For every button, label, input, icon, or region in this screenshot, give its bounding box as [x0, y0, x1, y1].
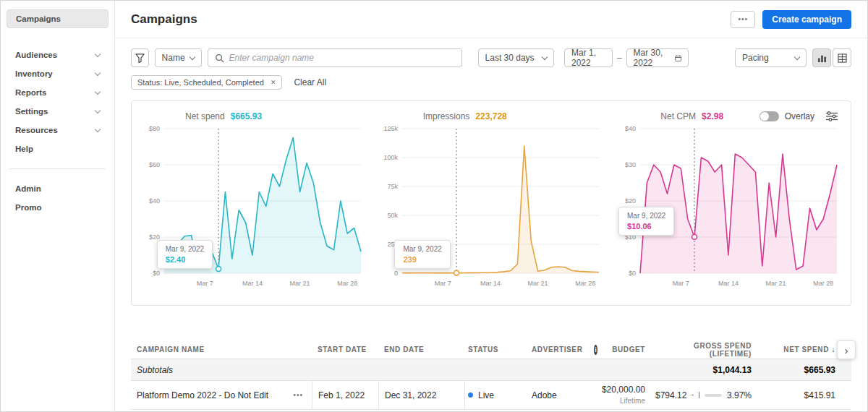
net-spend-chart: Net spend $665.93 $0$20$40$60$80Mar 7Mar… [135, 107, 373, 302]
pacing-handle[interactable] [699, 392, 699, 398]
table-header-row: CAMPAIGN NAME START DATE END DATE STATUS… [131, 340, 851, 359]
sidebar-item-settings[interactable]: Settings [7, 102, 109, 121]
svg-text:Mar 21: Mar 21 [765, 280, 786, 287]
campaign-search[interactable] [208, 48, 462, 67]
filter-bar: Name Last 30 days Mar 1, 2022 – [131, 48, 851, 67]
toggle-off-icon [760, 111, 779, 121]
sidebar-item-label: Admin [15, 184, 41, 193]
sort-desc-icon: ↓ [831, 346, 835, 353]
sidebar-item-promo[interactable]: Promo [7, 198, 109, 217]
col-header-advertiser[interactable]: ADVERTISER i [529, 345, 597, 355]
net-cpm-chart: Net CPM $2.98 $0$10$20$30$40Mar 7Mar 14M… [610, 107, 848, 302]
sidebar-item-audiences[interactable]: Audiences [7, 46, 109, 64]
net-spend-plot[interactable]: $0$20$40$60$80Mar 7Mar 14Mar 21Mar 28Mar… [138, 123, 368, 291]
subtotals-row: Subtotals $1,044.13 $665.93 [131, 359, 851, 381]
page-title: Campaigns [131, 12, 197, 27]
end-date-input[interactable]: Mar 30, 2022 [626, 48, 689, 67]
chart-controls: Overlay [760, 111, 838, 121]
col-header-gross-spend[interactable]: GROSS SPEND (LIFETIME) [655, 342, 760, 358]
filter-button[interactable] [131, 48, 149, 67]
sidebar-item-help[interactable]: Help [7, 140, 109, 158]
date-range-separator: – [617, 53, 622, 63]
sidebar-item-label: Promo [15, 203, 41, 212]
svg-text:Mar 28: Mar 28 [575, 280, 595, 287]
table-view-icon [838, 53, 847, 63]
chevron-down-icon [95, 88, 101, 94]
scroll-right-button[interactable]: › [837, 340, 856, 359]
chart-total: $2.98 [702, 111, 723, 121]
net-cpm-plot[interactable]: $0$10$20$30$40Mar 7Mar 14Mar 21Mar 28Mar… [614, 123, 844, 291]
svg-text:0: 0 [394, 270, 398, 277]
search-field-value: Name [162, 53, 185, 63]
date-preset-value: Last 30 days [485, 53, 535, 63]
chevron-down-icon [794, 53, 800, 59]
status-badge: Live [478, 390, 494, 400]
svg-text:$60: $60 [149, 161, 160, 168]
search-icon [215, 53, 224, 63]
gross-spend-value: $794.12 [655, 390, 686, 400]
chevron-down-icon [95, 69, 101, 75]
sidebar-item-campaigns[interactable]: Campaigns [7, 9, 109, 28]
sidebar-item-inventory[interactable]: Inventory [7, 64, 109, 83]
end-date-cell[interactable]: Dec 31, 2022 [378, 381, 465, 409]
budget-cell: $20,000.00 Lifetime [597, 381, 655, 409]
chart-label: Net CPM [660, 111, 696, 121]
table-row[interactable]: Platform Demo 2022 - Do Not Edit ••• Feb… [131, 381, 851, 410]
col-header-start-date[interactable]: START DATE [312, 346, 378, 353]
start-date-cell[interactable]: Feb 1, 2022 [312, 381, 378, 409]
chart-header: Net spend $665.93 [185, 111, 262, 121]
svg-text:Mar 28: Mar 28 [338, 280, 358, 287]
date-preset-select[interactable]: Last 30 days [478, 48, 554, 67]
active-filters-row: Status: Live, Scheduled, Completed ✕ Cle… [131, 74, 851, 90]
clear-all-link[interactable]: Clear All [294, 77, 326, 87]
svg-text:Mar 14: Mar 14 [242, 280, 263, 287]
table-view-button[interactable] [833, 48, 851, 67]
sidebar-item-reports[interactable]: Reports [7, 83, 109, 102]
page-header: Campaigns ••• Create campaign [115, 1, 867, 38]
sidebar-item-admin[interactable]: Admin [7, 179, 109, 198]
chevron-right-icon: › [845, 344, 848, 356]
pacing-select[interactable]: Pacing [735, 48, 807, 67]
svg-text:Mar 21: Mar 21 [290, 280, 310, 287]
header-more-button[interactable]: ••• [731, 11, 755, 28]
create-campaign-button[interactable]: Create campaign [762, 10, 851, 29]
col-header-budget[interactable]: BUDGET [597, 346, 655, 353]
budget-type: Lifetime [620, 396, 645, 405]
chevron-down-icon [95, 107, 101, 113]
chart-total: 223,728 [475, 111, 506, 121]
close-icon[interactable]: ✕ [271, 79, 276, 86]
col-header-campaign-name[interactable]: CAMPAIGN NAME [131, 346, 312, 353]
sidebar-item-label: Audiences [15, 51, 57, 59]
sidebar: Campaigns Audiences Inventory Reports Se… [1, 1, 115, 411]
main-content: Campaigns ••• Create campaign Name [115, 1, 867, 411]
col-header-end-date[interactable]: END DATE [378, 346, 465, 353]
sidebar-item-label: Resources [15, 126, 58, 134]
status-filter-tag[interactable]: Status: Live, Scheduled, Completed ✕ [131, 75, 282, 90]
chart-header: Net CPM $2.98 [660, 111, 723, 121]
overlay-toggle[interactable]: Overlay [760, 111, 814, 121]
svg-text:Mar 28: Mar 28 [813, 280, 833, 287]
sidebar-item-label: Campaigns [16, 14, 61, 23]
chart-view-button[interactable] [812, 48, 831, 67]
start-date-input[interactable]: Mar 1, 2022 [564, 48, 613, 67]
svg-text:$0: $0 [629, 270, 636, 277]
impressions-plot[interactable]: 025k50k75k100k125kMar 7Mar 14Mar 21Mar 2… [376, 123, 606, 291]
row-more-button[interactable]: ••• [293, 391, 303, 399]
sidebar-divider [9, 168, 106, 169]
pacing-bar[interactable] [705, 394, 722, 397]
sidebar-item-resources[interactable]: Resources [7, 121, 109, 140]
search-field-select[interactable]: Name [155, 48, 202, 67]
chart-settings-icon[interactable] [826, 111, 838, 121]
advertiser-cell: Adobe [529, 381, 597, 409]
svg-text:Mar 14: Mar 14 [718, 280, 739, 287]
svg-text:$10: $10 [625, 233, 636, 241]
chart-view-icon [817, 53, 827, 63]
col-header-status[interactable]: STATUS [465, 346, 529, 353]
subtotal-gross-spend: $1,044.13 [655, 365, 760, 375]
sidebar-item-label: Inventory [15, 69, 53, 78]
search-input[interactable] [229, 53, 455, 63]
campaign-name[interactable]: Platform Demo 2022 - Do Not Edit [137, 390, 268, 400]
svg-text:Mar 7: Mar 7 [435, 280, 451, 287]
impressions-chart: Impressions 223,728 025k50k75k100k125kMa… [373, 107, 610, 302]
chart-label: Impressions [423, 111, 470, 121]
